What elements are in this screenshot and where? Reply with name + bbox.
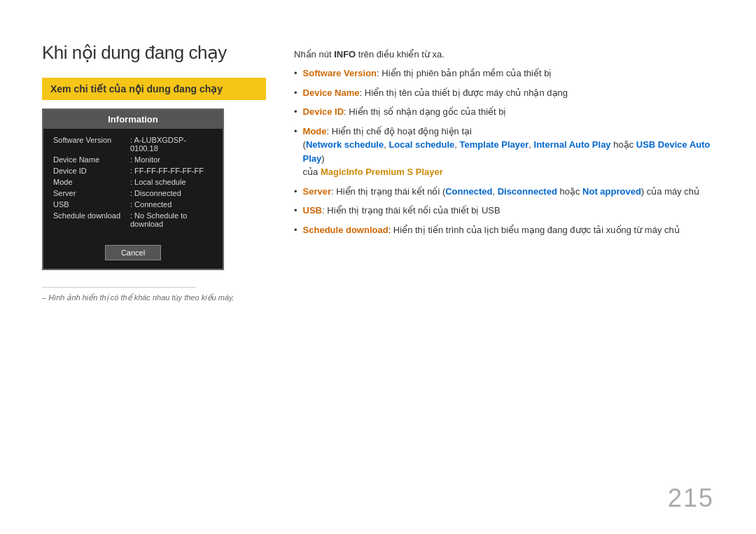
- info-row-usb: USB : Connected: [53, 200, 213, 209]
- value-usb: : Connected: [130, 200, 172, 209]
- bullet-list: Software Version: Hiển thị phiên bản phầ…: [294, 66, 714, 237]
- text-device-name: : Hiển thị tên của thiết bị được máy chủ…: [360, 87, 568, 98]
- bullet-content: Software Version: Hiển thị phiên bản phầ…: [303, 66, 552, 80]
- bullet-schedule-download: Schedule download: Hiển thị tiến trình c…: [294, 223, 714, 237]
- left-column: Khi nội dung đang chạy Xem chi tiết của …: [42, 42, 266, 506]
- label-usb: USB: [53, 200, 130, 209]
- info-row-device-id: Device ID : FF-FF-FF-FF-FF-FF: [53, 167, 213, 175]
- connected-label: Connected: [445, 186, 492, 197]
- bullet-software-version: Software Version: Hiển thị phiên bản phầ…: [294, 66, 714, 80]
- not-approved-label: Not approved: [582, 186, 641, 197]
- info-dialog: Information Software Version : A-LUBXGDS…: [42, 108, 224, 270]
- internal-auto-play: Internal Auto Play: [534, 139, 611, 150]
- bullet-server: Server: Hiển thị trạng thái kết nối (Con…: [294, 185, 714, 199]
- value-device-id: : FF-FF-FF-FF-FF-FF: [130, 167, 204, 175]
- info-row-mode: Mode : Local schedule: [53, 178, 213, 186]
- text-server: : Hiển thị trạng thái kết nối (: [331, 186, 445, 197]
- bullet-content: Schedule download: Hiển thị tiến trình c…: [303, 223, 680, 237]
- text-server2: ,: [492, 186, 497, 197]
- text-software-version: : Hiển thị phiên bản phần mềm của thiết …: [377, 68, 552, 78]
- page-number: 215: [668, 484, 714, 513]
- label-software: Software Version: [53, 136, 130, 153]
- label-mode-right: Mode: [303, 126, 327, 136]
- mode-subitems: (Network schedule, Local schedule, Templ…: [303, 139, 710, 164]
- value-device-name: : Monitor: [130, 155, 160, 164]
- footnote: – Hình ảnh hiển thị có thể khác nhau tùy…: [42, 293, 266, 302]
- template-player: Template Player: [460, 139, 529, 150]
- label-server: Server: [53, 189, 130, 197]
- value-schedule: : No Schedule to download: [130, 211, 213, 228]
- value-mode: : Local schedule: [130, 178, 186, 186]
- text-device-id: : Hiển thị số nhận dạng gốc của thiết bị: [344, 106, 506, 117]
- text-server4: ) của máy chủ: [641, 186, 699, 197]
- mode-magicinfo: của MagicInfo Premium S Player: [303, 167, 443, 177]
- dialog-footer: Cancel: [43, 238, 223, 269]
- page-title: Khi nội dung đang chạy: [42, 42, 266, 64]
- text-server3: hoặc: [557, 186, 582, 197]
- bullet-content: Server: Hiển thị trạng thái kết nối (Con…: [303, 185, 699, 199]
- instruction-text: Nhấn nút INFO trên điều khiển từ xa.: [294, 49, 714, 59]
- magicinfo-label: MagicInfo Premium S Player: [321, 167, 443, 177]
- info-bold: INFO: [334, 49, 356, 59]
- network-schedule: Network schedule: [306, 139, 384, 150]
- local-schedule: Local schedule: [388, 139, 454, 150]
- text-schedule-download: : Hiển thị tiến trình của lịch biểu mạng…: [388, 225, 680, 235]
- label-mode: Mode: [53, 178, 130, 186]
- label-server-right: Server: [303, 186, 331, 197]
- disconnected-label: Disconnected: [498, 186, 557, 197]
- value-software: : A-LUBXGDSP-0100.18: [130, 136, 213, 153]
- label-software-version: Software Version: [303, 68, 377, 78]
- cancel-button[interactable]: Cancel: [105, 245, 161, 260]
- bullet-content: Mode: Hiển thị chế độ hoạt động hiện tại…: [303, 125, 714, 179]
- bullet-device-name: Device Name: Hiển thị tên của thiết bị đ…: [294, 86, 714, 100]
- highlight-box: Xem chi tiết của nội dung đang chạy: [42, 78, 266, 100]
- label-device-id: Device ID: [53, 167, 130, 175]
- label-usb-right: USB: [303, 205, 322, 216]
- bullet-mode: Mode: Hiển thị chế độ hoạt động hiện tại…: [294, 125, 714, 179]
- bullet-device-id: Device ID: Hiển thị số nhận dạng gốc của…: [294, 105, 714, 119]
- bullet-content: Device ID: Hiển thị số nhận dạng gốc của…: [303, 105, 507, 119]
- info-row-device-name: Device Name : Monitor: [53, 155, 213, 164]
- dialog-body: Software Version : A-LUBXGDSP-0100.18 De…: [43, 129, 223, 238]
- info-row-schedule: Schedule download : No Schedule to downl…: [53, 211, 213, 228]
- bullet-content: USB: Hiển thị trạng thái kết nối của thi…: [303, 204, 500, 218]
- divider: [42, 287, 196, 288]
- label-device-id-right: Device ID: [303, 106, 344, 117]
- bullet-content: Device Name: Hiển thị tên của thiết bị đ…: [303, 86, 568, 100]
- value-server: : Disconnected: [130, 189, 181, 197]
- info-row-server: Server : Disconnected: [53, 189, 213, 197]
- label-schedule-download: Schedule download: [303, 225, 388, 235]
- text-usb: : Hiển thị trạng thái kết nối của thiết …: [322, 205, 500, 216]
- label-schedule: Schedule download: [53, 211, 130, 228]
- info-row-software: Software Version : A-LUBXGDSP-0100.18: [53, 136, 213, 153]
- label-device-name-right: Device Name: [303, 87, 360, 98]
- right-column: Nhấn nút INFO trên điều khiển từ xa. Sof…: [294, 42, 714, 506]
- dialog-header: Information: [43, 110, 223, 129]
- text-mode: : Hiển thị chế độ hoạt động hiện tại: [327, 126, 472, 136]
- label-device-name: Device Name: [53, 155, 130, 164]
- bullet-usb: USB: Hiển thị trạng thái kết nối của thi…: [294, 204, 714, 218]
